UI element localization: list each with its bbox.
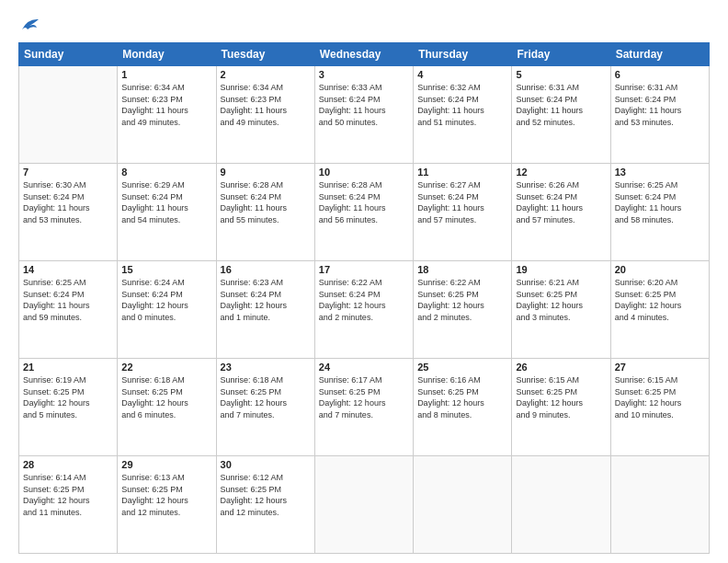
day-info: Sunrise: 6:17 AMSunset: 6:25 PMDaylight:… xyxy=(319,374,409,420)
day-number: 25 xyxy=(417,362,507,373)
day-info: Sunrise: 6:25 AMSunset: 6:24 PMDaylight:… xyxy=(615,179,705,225)
day-number: 3 xyxy=(319,69,409,80)
day-number: 16 xyxy=(221,264,311,275)
day-info: Sunrise: 6:15 AMSunset: 6:25 PMDaylight:… xyxy=(516,374,606,420)
calendar-cell: 29Sunrise: 6:13 AMSunset: 6:25 PMDayligh… xyxy=(118,456,216,554)
day-number: 19 xyxy=(516,264,606,275)
calendar-cell: 7Sunrise: 6:30 AMSunset: 6:24 PMDaylight… xyxy=(19,164,118,261)
day-number: 26 xyxy=(516,362,606,373)
day-info: Sunrise: 6:28 AMSunset: 6:24 PMDaylight:… xyxy=(319,179,409,225)
day-info: Sunrise: 6:24 AMSunset: 6:24 PMDaylight:… xyxy=(121,277,211,323)
calendar-cell xyxy=(610,456,709,554)
day-info: Sunrise: 6:32 AMSunset: 6:24 PMDaylight:… xyxy=(417,82,507,128)
calendar-cell: 9Sunrise: 6:28 AMSunset: 6:24 PMDaylight… xyxy=(216,164,314,261)
day-info: Sunrise: 6:16 AMSunset: 6:25 PMDaylight:… xyxy=(417,374,507,420)
day-info: Sunrise: 6:14 AMSunset: 6:25 PMDaylight:… xyxy=(23,472,113,518)
day-number: 28 xyxy=(23,459,113,470)
weekday-header: Wednesday xyxy=(314,43,413,66)
day-number: 17 xyxy=(319,264,409,275)
logo xyxy=(18,17,40,33)
day-number: 13 xyxy=(615,167,705,178)
day-info: Sunrise: 6:12 AMSunset: 6:25 PMDaylight:… xyxy=(221,472,311,518)
weekday-header: Thursday xyxy=(414,43,512,66)
day-info: Sunrise: 6:31 AMSunset: 6:24 PMDaylight:… xyxy=(615,82,705,128)
weekday-header: Friday xyxy=(512,43,610,66)
calendar-cell: 30Sunrise: 6:12 AMSunset: 6:25 PMDayligh… xyxy=(216,456,314,554)
calendar-cell: 3Sunrise: 6:33 AMSunset: 6:24 PMDaylight… xyxy=(314,66,413,164)
weekday-header: Monday xyxy=(118,43,216,66)
calendar-cell: 14Sunrise: 6:25 AMSunset: 6:24 PMDayligh… xyxy=(19,261,118,359)
day-info: Sunrise: 6:23 AMSunset: 6:24 PMDaylight:… xyxy=(221,277,311,323)
calendar-cell xyxy=(19,66,118,164)
logo-bird-icon xyxy=(20,17,40,33)
day-info: Sunrise: 6:20 AMSunset: 6:25 PMDaylight:… xyxy=(615,277,705,323)
calendar-cell: 1Sunrise: 6:34 AMSunset: 6:23 PMDaylight… xyxy=(118,66,216,164)
day-number: 15 xyxy=(121,264,211,275)
day-number: 9 xyxy=(221,167,311,178)
day-info: Sunrise: 6:15 AMSunset: 6:25 PMDaylight:… xyxy=(615,374,705,420)
calendar-cell: 21Sunrise: 6:19 AMSunset: 6:25 PMDayligh… xyxy=(19,359,118,456)
day-info: Sunrise: 6:33 AMSunset: 6:24 PMDaylight:… xyxy=(319,82,409,128)
calendar-cell xyxy=(414,456,512,554)
weekday-header: Tuesday xyxy=(216,43,314,66)
day-number: 22 xyxy=(121,362,211,373)
day-number: 29 xyxy=(121,459,211,470)
day-info: Sunrise: 6:18 AMSunset: 6:25 PMDaylight:… xyxy=(221,374,311,420)
calendar-cell: 22Sunrise: 6:18 AMSunset: 6:25 PMDayligh… xyxy=(118,359,216,456)
calendar-week-row: 1Sunrise: 6:34 AMSunset: 6:23 PMDaylight… xyxy=(19,66,710,164)
day-number: 6 xyxy=(615,69,705,80)
calendar-cell: 17Sunrise: 6:22 AMSunset: 6:24 PMDayligh… xyxy=(314,261,413,359)
day-number: 5 xyxy=(516,69,606,80)
calendar-cell: 25Sunrise: 6:16 AMSunset: 6:25 PMDayligh… xyxy=(414,359,512,456)
calendar-cell: 26Sunrise: 6:15 AMSunset: 6:25 PMDayligh… xyxy=(512,359,610,456)
day-info: Sunrise: 6:34 AMSunset: 6:23 PMDaylight:… xyxy=(121,82,211,128)
day-info: Sunrise: 6:29 AMSunset: 6:24 PMDaylight:… xyxy=(121,179,211,225)
calendar-cell: 4Sunrise: 6:32 AMSunset: 6:24 PMDaylight… xyxy=(414,66,512,164)
calendar-cell: 27Sunrise: 6:15 AMSunset: 6:25 PMDayligh… xyxy=(610,359,709,456)
day-info: Sunrise: 6:34 AMSunset: 6:23 PMDaylight:… xyxy=(221,82,311,128)
calendar-cell: 19Sunrise: 6:21 AMSunset: 6:25 PMDayligh… xyxy=(512,261,610,359)
calendar-cell: 28Sunrise: 6:14 AMSunset: 6:25 PMDayligh… xyxy=(19,456,118,554)
day-info: Sunrise: 6:31 AMSunset: 6:24 PMDaylight:… xyxy=(516,82,606,128)
weekday-header: Saturday xyxy=(610,43,709,66)
calendar-table: SundayMondayTuesdayWednesdayThursdayFrid… xyxy=(18,42,710,554)
day-info: Sunrise: 6:22 AMSunset: 6:25 PMDaylight:… xyxy=(417,277,507,323)
day-number: 4 xyxy=(417,69,507,80)
weekday-header: Sunday xyxy=(19,43,118,66)
day-number: 21 xyxy=(23,362,113,373)
day-number: 8 xyxy=(121,167,211,178)
calendar-cell: 8Sunrise: 6:29 AMSunset: 6:24 PMDaylight… xyxy=(118,164,216,261)
day-info: Sunrise: 6:26 AMSunset: 6:24 PMDaylight:… xyxy=(516,179,606,225)
day-number: 11 xyxy=(417,167,507,178)
calendar-cell: 24Sunrise: 6:17 AMSunset: 6:25 PMDayligh… xyxy=(314,359,413,456)
calendar-cell: 6Sunrise: 6:31 AMSunset: 6:24 PMDaylight… xyxy=(610,66,709,164)
day-number: 14 xyxy=(23,264,113,275)
calendar-cell: 15Sunrise: 6:24 AMSunset: 6:24 PMDayligh… xyxy=(118,261,216,359)
day-info: Sunrise: 6:28 AMSunset: 6:24 PMDaylight:… xyxy=(221,179,311,225)
day-info: Sunrise: 6:13 AMSunset: 6:25 PMDaylight:… xyxy=(121,472,211,518)
day-number: 20 xyxy=(615,264,705,275)
calendar-week-row: 21Sunrise: 6:19 AMSunset: 6:25 PMDayligh… xyxy=(19,359,710,456)
day-number: 18 xyxy=(417,264,507,275)
day-number: 23 xyxy=(221,362,311,373)
calendar-cell: 12Sunrise: 6:26 AMSunset: 6:24 PMDayligh… xyxy=(512,164,610,261)
day-number: 7 xyxy=(23,167,113,178)
calendar-cell: 18Sunrise: 6:22 AMSunset: 6:25 PMDayligh… xyxy=(414,261,512,359)
calendar-cell: 10Sunrise: 6:28 AMSunset: 6:24 PMDayligh… xyxy=(314,164,413,261)
page: SundayMondayTuesdayWednesdayThursdayFrid… xyxy=(0,0,728,563)
calendar-week-row: 7Sunrise: 6:30 AMSunset: 6:24 PMDaylight… xyxy=(19,164,710,261)
day-info: Sunrise: 6:19 AMSunset: 6:25 PMDaylight:… xyxy=(23,374,113,420)
calendar-header-row: SundayMondayTuesdayWednesdayThursdayFrid… xyxy=(19,43,710,66)
calendar-cell: 2Sunrise: 6:34 AMSunset: 6:23 PMDaylight… xyxy=(216,66,314,164)
calendar-cell xyxy=(314,456,413,554)
calendar-cell: 13Sunrise: 6:25 AMSunset: 6:24 PMDayligh… xyxy=(610,164,709,261)
day-info: Sunrise: 6:27 AMSunset: 6:24 PMDaylight:… xyxy=(417,179,507,225)
day-number: 12 xyxy=(516,167,606,178)
day-info: Sunrise: 6:21 AMSunset: 6:25 PMDaylight:… xyxy=(516,277,606,323)
calendar-cell: 11Sunrise: 6:27 AMSunset: 6:24 PMDayligh… xyxy=(414,164,512,261)
day-number: 10 xyxy=(319,167,409,178)
calendar-cell: 16Sunrise: 6:23 AMSunset: 6:24 PMDayligh… xyxy=(216,261,314,359)
calendar-cell: 20Sunrise: 6:20 AMSunset: 6:25 PMDayligh… xyxy=(610,261,709,359)
day-number: 2 xyxy=(221,69,311,80)
day-number: 30 xyxy=(221,459,311,470)
